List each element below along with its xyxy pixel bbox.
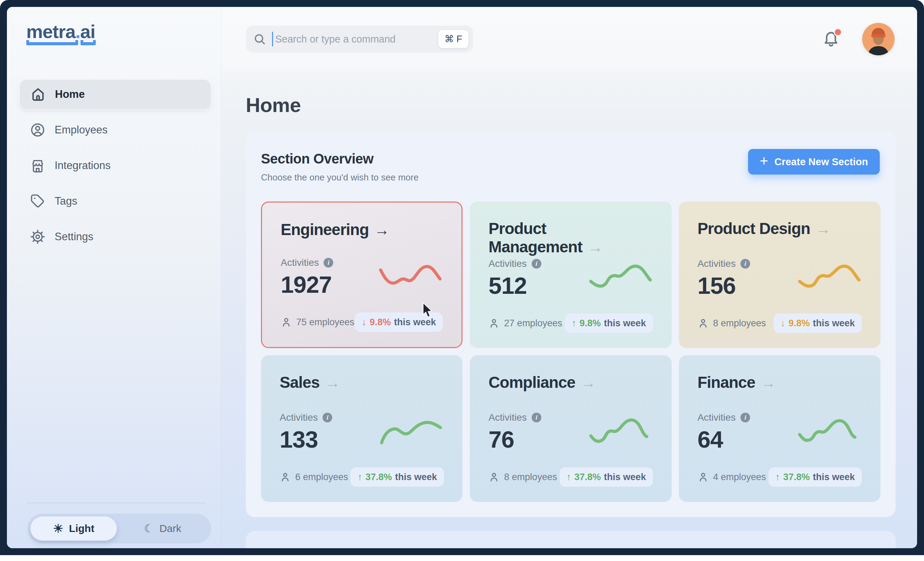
trend-badge: ↑ 37.8% this week xyxy=(560,467,653,487)
trend-suffix: this week xyxy=(394,317,436,328)
trend-suffix: this week xyxy=(604,472,646,483)
notifications-button[interactable] xyxy=(822,29,840,49)
sidebar-item-label: Settings xyxy=(55,231,93,243)
sidebar-nav: Home Employees Integrations xyxy=(20,79,211,252)
section-card-compliance[interactable]: Compliance→ Activitiesi 76 8 e xyxy=(470,356,671,502)
create-new-section-button[interactable]: + Create New Section xyxy=(748,149,880,174)
create-new-section-label: Create New Section xyxy=(774,156,868,168)
employees-count: 27 employees xyxy=(504,318,562,329)
activities-label: Activities xyxy=(489,412,526,423)
section-card-product-management[interactable]: Product Management→ Activitiesi 512 xyxy=(470,201,671,348)
sun-icon: ☀ xyxy=(53,523,63,534)
trend-badge: ↓ 9.8% this week xyxy=(774,314,862,333)
sidebar-item-label: Integrations xyxy=(55,159,111,172)
sidebar-item-employees[interactable]: Employees xyxy=(20,115,211,145)
trend-percent: 37.8% xyxy=(365,472,392,483)
moon-icon: ☾ xyxy=(144,523,154,534)
trend-percent: 9.8% xyxy=(789,318,810,329)
card-title: Product Management xyxy=(489,219,582,256)
text-caret xyxy=(272,32,273,46)
section-card-product-design[interactable]: Product Design→ Activitiesi 156 xyxy=(679,201,880,348)
theme-toggle: ☀ Light ☾ Dark xyxy=(28,514,211,543)
employees-count: 6 employees xyxy=(295,472,348,483)
attention-required-section: Attention Required Employees Activity xyxy=(246,531,896,548)
logo-underline xyxy=(26,40,211,45)
employees-count: 8 employees xyxy=(504,472,557,483)
trend-badge: ↑ 37.8% this week xyxy=(768,467,862,487)
sidebar-item-integrations[interactable]: Integrations xyxy=(20,150,211,181)
arrow-right-icon: → xyxy=(816,220,831,237)
integrations-icon xyxy=(30,158,46,174)
arrow-right-icon: → xyxy=(325,374,340,391)
employees-icon xyxy=(30,122,46,138)
theme-light-label: Light xyxy=(69,523,94,534)
notification-dot xyxy=(834,28,842,36)
arrow-right-icon: → xyxy=(588,238,603,255)
theme-light-button[interactable]: ☀ Light xyxy=(30,516,117,541)
person-icon xyxy=(281,316,292,328)
activities-value: 1927 xyxy=(281,271,333,298)
section-card-sales[interactable]: Sales→ Activitiesi 133 6 emplo xyxy=(261,356,462,502)
trend-up-icon: ↑ xyxy=(357,471,362,483)
sparkline-chart xyxy=(796,261,862,296)
activities-value: 133 xyxy=(280,426,332,453)
logo-text: metra.ai xyxy=(26,23,211,40)
activities-value: 76 xyxy=(489,426,541,453)
theme-dark-button[interactable]: ☾ Dark xyxy=(117,516,208,541)
trend-suffix: this week xyxy=(395,472,437,483)
section-card-engineering[interactable]: Engineering→ Activitiesi 1927 xyxy=(261,201,462,348)
activities-label: Activities xyxy=(698,412,736,423)
sparkline-chart xyxy=(796,415,862,450)
sidebar-item-label: Tags xyxy=(55,195,77,207)
settings-icon xyxy=(30,229,46,245)
section-card-finance[interactable]: Finance→ Activitiesi 64 4 empl xyxy=(679,356,880,502)
sparkline-chart xyxy=(587,261,653,296)
activities-label: Activities xyxy=(280,412,318,423)
info-icon: i xyxy=(741,413,750,422)
trend-percent: 9.8% xyxy=(369,317,391,328)
card-title: Product Design xyxy=(698,219,810,237)
trend-percent: 37.8% xyxy=(574,472,601,483)
plus-icon: + xyxy=(760,154,768,168)
sidebar-divider xyxy=(26,502,206,503)
main-area: Search or type a command ⌘ F xyxy=(221,7,917,548)
employees-count: 8 employees xyxy=(713,318,766,329)
home-icon xyxy=(30,86,46,102)
trend-up-icon: ↑ xyxy=(572,318,577,329)
activities-value: 64 xyxy=(698,426,750,453)
avatar[interactable] xyxy=(862,23,895,55)
trend-percent: 9.8% xyxy=(580,318,601,329)
trend-badge: ↓ 9.8% this week xyxy=(355,312,443,332)
app-window: metra.ai Home Employees xyxy=(0,0,924,555)
sidebar-item-label: Employees xyxy=(55,124,108,136)
search-icon xyxy=(254,33,266,45)
trend-suffix: this week xyxy=(813,318,855,329)
logo[interactable]: metra.ai xyxy=(26,23,211,45)
sidebar-item-tags[interactable]: Tags xyxy=(20,186,211,216)
search-input[interactable]: Search or type a command ⌘ F xyxy=(246,26,473,52)
arrow-right-icon: → xyxy=(760,374,776,391)
trend-suffix: this week xyxy=(813,472,855,483)
activities-value: 156 xyxy=(698,272,750,299)
sidebar-item-settings[interactable]: Settings xyxy=(20,222,211,252)
card-title: Finance xyxy=(698,373,755,391)
sidebar: metra.ai Home Employees xyxy=(7,7,221,548)
person-icon xyxy=(489,318,500,329)
activities-label: Activities xyxy=(489,258,526,269)
employees-count: 4 employees xyxy=(713,472,766,483)
arrow-right-icon: → xyxy=(581,374,596,391)
sidebar-item-home[interactable]: Home xyxy=(20,79,211,110)
trend-percent: 37.8% xyxy=(783,472,810,483)
sparkline-chart xyxy=(587,415,653,450)
activities-label: Activities xyxy=(698,258,736,269)
person-icon xyxy=(698,318,709,329)
trend-down-icon: ↓ xyxy=(362,316,366,328)
theme-dark-label: Dark xyxy=(159,523,181,534)
trend-up-icon: ↑ xyxy=(567,471,572,483)
info-icon: i xyxy=(532,413,542,422)
info-icon: i xyxy=(322,413,332,422)
employees-count: 75 employees xyxy=(296,317,354,328)
card-title: Sales xyxy=(280,373,320,391)
card-title: Engineering xyxy=(281,220,369,238)
person-icon xyxy=(280,471,291,483)
